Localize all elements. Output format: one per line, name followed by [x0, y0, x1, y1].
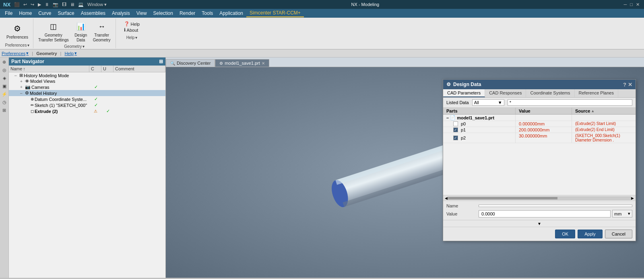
dd-scrollbar[interactable]: ◀ ▶	[443, 195, 636, 201]
checkbox-p0[interactable]	[453, 121, 458, 126]
dd-search-field[interactable]: *	[508, 99, 632, 106]
scroll-track[interactable]	[448, 197, 631, 200]
tree-item-model-history[interactable]: – ⚙ Model History	[9, 90, 165, 96]
menu-assemblies[interactable]: Assemblies	[78, 10, 109, 17]
dd-tab-cad-parameters[interactable]: CAD Parameters	[443, 89, 485, 97]
apply-button[interactable]: Apply	[578, 230, 603, 238]
left-tool-1[interactable]: ⊕	[1, 58, 8, 66]
table-row[interactable]: – 📄 model1_save1.prt	[443, 115, 636, 121]
menu-starccm[interactable]: Simcenter STAR-CCM+	[246, 9, 304, 17]
design-data-help-icon[interactable]: ?	[623, 82, 626, 88]
about-button[interactable]: ℹ About	[122, 27, 142, 33]
menu-tools[interactable]: Tools	[198, 10, 216, 17]
transfer-geometry-button[interactable]: ↔ TransferGeometry	[91, 19, 112, 43]
dd-listed-data-select[interactable]: All ▼	[472, 99, 504, 106]
menu-render[interactable]: Render	[176, 10, 198, 17]
dd-tab-cad-responses[interactable]: CAD Responses	[485, 89, 526, 97]
part-navigator-expand-icon[interactable]: ⊞	[159, 59, 163, 64]
tb-icon-monitor[interactable]: 🖥	[69, 2, 76, 8]
tb-icon-play[interactable]: ▶	[37, 2, 42, 8]
table-row[interactable]: ✓ p2 30.000000mm (SKETCH_000:Sketch(1) D…	[443, 133, 636, 143]
menu-home[interactable]: Home	[16, 10, 35, 17]
geometry-transfer-settings-button[interactable]: ◫ GeometryTransfer Settings	[37, 19, 70, 43]
tree-item-datum-coord[interactable]: ⊕ Datum Coordinate Syste... ✓	[9, 96, 165, 102]
unit-dropdown-icon: ▾	[628, 211, 630, 216]
dd-tab-reference-planes[interactable]: Reference Planes	[575, 89, 618, 97]
icon-cameras: 📷	[25, 84, 31, 90]
checkbox-p1[interactable]: ✓	[453, 127, 458, 132]
transfer-geometry-icon: ↔	[95, 20, 108, 33]
tree-item-model-views[interactable]: + 👁 Model Views	[9, 78, 165, 84]
tab-discovery-center[interactable]: 🔍 Discovery Center	[166, 59, 215, 67]
left-tool-7[interactable]: ⊞	[1, 107, 8, 114]
tb-icon-undo[interactable]: ↩	[22, 2, 28, 8]
left-tool-3[interactable]: ◈	[1, 74, 8, 82]
design-data-header: ⚙ Design Data ? ✕	[443, 80, 636, 89]
tab-model-file[interactable]: ⚙ model1_save1.prt ✕	[215, 59, 269, 67]
menu-selection[interactable]: Selection	[150, 10, 176, 17]
sub-bar-help[interactable]: Help ▾	[64, 51, 77, 56]
scroll-right-icon[interactable]: ▶	[631, 196, 634, 200]
col-u[interactable]: U	[101, 66, 114, 72]
left-tool-2[interactable]: ◎	[1, 66, 8, 74]
window-menu[interactable]: Window ▾	[86, 2, 108, 8]
design-data-title: Design Data	[453, 82, 481, 87]
tree-item-cameras[interactable]: + 📷 Cameras ✓	[9, 84, 165, 90]
sub-bar-preferences[interactable]: Preferences ▾	[2, 51, 29, 56]
col-c[interactable]: C	[89, 66, 101, 72]
name-field-value[interactable]	[479, 205, 632, 207]
menu-view[interactable]: View	[133, 10, 150, 17]
tb-icon-laptop[interactable]: 💻	[77, 2, 85, 8]
value-field-input[interactable]: 0.0000	[479, 210, 611, 217]
col-name[interactable]: Name↑	[9, 66, 89, 72]
tb-icon-film[interactable]: 🎞	[61, 2, 68, 8]
table-row[interactable]: ✓ p1 200.000000mm (Extrude(2) End Limit)	[443, 127, 636, 133]
menu-file[interactable]: File	[2, 10, 16, 17]
left-tool-5[interactable]: ⚡	[1, 90, 8, 98]
cell-source-p2: (SKETCH_000:Sketch(1) Diameter Dimension…	[572, 133, 636, 143]
menu-surface[interactable]: Surface	[54, 10, 77, 17]
menu-curve[interactable]: Curve	[35, 10, 54, 17]
sub-bar-sep2: |	[60, 51, 62, 56]
cancel-button[interactable]: Cancel	[605, 230, 632, 238]
help-icon: ❓	[124, 21, 130, 27]
help-button[interactable]: ❓ Help	[122, 21, 142, 27]
menu-application[interactable]: Application	[216, 10, 246, 17]
preferences-button[interactable]: ⚙ Preferences	[5, 21, 30, 41]
scroll-thumb[interactable]	[448, 197, 557, 199]
tb-icon-camera[interactable]: 📷	[52, 2, 60, 8]
table-row[interactable]: p0 0.000000mm (Extrude(2) Start Limit)	[443, 121, 636, 127]
tab-close-icon[interactable]: ✕	[262, 61, 265, 66]
viewport-canvas[interactable]: ⚙ Design Data ? ✕ CAD Parameters CAD Res…	[166, 67, 644, 278]
tb-icon-pause[interactable]: ⏸	[43, 2, 50, 8]
ok-button[interactable]: OK	[555, 230, 575, 238]
left-tool-6[interactable]: ◷	[1, 98, 8, 106]
tb-icon-1[interactable]: ⬛	[13, 2, 21, 8]
tb-icon-redo[interactable]: ↪	[29, 2, 35, 8]
col-header-value[interactable]: Value	[516, 108, 572, 114]
toggle-history-modeling: –	[14, 73, 19, 78]
title-bar: NX ⬛ ↩ ↪ ▶ ⏸ 📷 🎞 🖥 💻 Window ▾ NX - Model…	[0, 0, 644, 9]
col-header-parts[interactable]: Parts	[443, 108, 516, 114]
unit-select[interactable]: mm ▾	[612, 210, 632, 217]
dd-tab-coordinate-systems[interactable]: Coordinate Systems	[526, 89, 574, 97]
col-header-source[interactable]: Source ▲	[572, 108, 636, 114]
menu-analysis[interactable]: Analysis	[109, 10, 133, 17]
close-btn[interactable]: ✕	[635, 2, 641, 8]
label-p2: p2	[461, 135, 466, 140]
minimize-btn[interactable]: ─	[623, 2, 628, 8]
tree-item-history-modeling-mode[interactable]: – ⊞ History Modeling Mode	[9, 72, 165, 78]
tree-item-extrude[interactable]: ◻ Extrude (2) ⚠ ✓	[9, 108, 165, 114]
expand-arrow-icon[interactable]: ▼	[537, 222, 541, 226]
design-data-button[interactable]: 📊 DesignData	[72, 19, 90, 43]
tree-item-sketch[interactable]: ✏ Sketch (1) "SKETCH_000" ✓	[9, 102, 165, 108]
cell-parts-p2: ✓ p2	[443, 133, 516, 143]
design-data-close-icon[interactable]: ✕	[628, 82, 632, 88]
scroll-left-icon[interactable]: ◀	[445, 196, 448, 200]
label-datum-coord: Datum Coordinate Syste...	[35, 97, 89, 102]
toggle-model-history: –	[20, 91, 25, 95]
maximize-btn[interactable]: □	[629, 2, 634, 8]
ribbon-sub-bar: Preferences ▾ | Geometry | Help ▾	[0, 49, 644, 57]
left-tool-4[interactable]: ▣	[1, 82, 8, 90]
checkbox-p2[interactable]: ✓	[453, 135, 458, 140]
